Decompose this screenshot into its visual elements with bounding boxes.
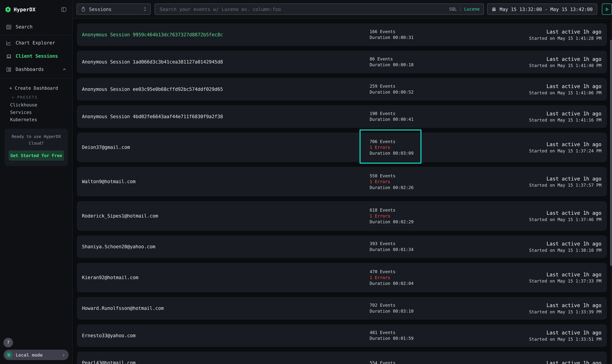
- session-stats: 470 Events 1 Errors Duration 00:02:04: [370, 269, 498, 286]
- session-last-active: Last active 1h ago: [546, 110, 601, 116]
- preset-item-kubernetes[interactable]: Kubernetes: [0, 116, 72, 123]
- sidebar-item-dashboards[interactable]: Dashboards: [0, 63, 72, 76]
- cloud-promo-card: Ready to use HyperDX Cloud? Get Started …: [5, 129, 68, 166]
- help-button[interactable]: ?: [3, 338, 13, 347]
- local-mode-button[interactable]: U Local mode ›: [3, 350, 69, 360]
- sidebar-item-client-sessions[interactable]: Client Sessions: [0, 50, 72, 63]
- sidebar-item-label: Chart Explorer: [16, 40, 55, 46]
- session-row[interactable]: Walton9@hotmail.com 550 Events 1 Errors …: [77, 167, 607, 196]
- hyperdx-logo[interactable]: HyperDX: [5, 6, 36, 13]
- session-name: Roderick_Sipes1@hotmail.com: [82, 213, 370, 219]
- preset-item-services[interactable]: Services: [0, 108, 72, 116]
- session-error-count: 1 Errors: [370, 179, 498, 184]
- search-input[interactable]: [159, 6, 446, 12]
- session-name: Anonymous Session 1ad066d3c3b41cea381127…: [82, 59, 370, 65]
- session-duration: Duration 00:00:41: [370, 117, 498, 122]
- session-row[interactable]: Anonymous Session 4bd02fe6643aaf44e711f6…: [77, 105, 607, 128]
- chevron-right-icon: ›: [62, 352, 65, 358]
- time-range-value: May 15 13:32:00 - May 15 13:42:00: [500, 6, 593, 12]
- query-language-toggle: SQL | Lucene: [449, 7, 480, 12]
- scrollbar-thumb[interactable]: [610, 40, 612, 266]
- session-duration: Duration 00:03:09: [370, 150, 498, 156]
- session-duration: Duration 00:00:18: [370, 62, 498, 68]
- preset-item-clickhouse[interactable]: Clickhouse: [0, 101, 72, 108]
- session-name: Pearl43@hotmail.com: [82, 360, 370, 364]
- session-last-active: Last active 1h ago: [546, 302, 601, 308]
- chevron-down-icon: [11, 95, 15, 99]
- sidebar-collapse-icon[interactable]: [60, 6, 67, 13]
- source-select[interactable]: Sessions: [77, 3, 151, 15]
- session-name: Walton9@hotmail.com: [82, 179, 370, 184]
- session-event-count: 550 Events: [370, 173, 498, 179]
- session-stats: 166 Events Duration 00:00:31: [370, 29, 498, 40]
- sidebar: HyperDX Search: [0, 0, 73, 364]
- time-range-picker[interactable]: May 15 13:32:00 - May 15 13:42:00: [487, 3, 597, 15]
- sql-mode-button[interactable]: SQL: [449, 7, 457, 12]
- sidebar-header: HyperDX: [0, 0, 72, 19]
- session-stats: 393 Events Duration 00:01:34: [370, 241, 498, 253]
- create-dashboard-button[interactable]: + Create Dashboard: [0, 84, 72, 92]
- session-activity: Last active 1h ago Started on May 15 1:3…: [499, 302, 601, 314]
- session-name: Shaniya.Schoen20@yahoo.com: [82, 244, 370, 249]
- session-row[interactable]: Anonymous Session ee03c95e0b68cffd92bc57…: [77, 78, 607, 101]
- scrollbar-track[interactable]: [610, 19, 612, 364]
- session-last-active: Last active 1h ago: [546, 210, 601, 216]
- run-query-button[interactable]: [602, 3, 612, 15]
- dashboards-submenu: + Create Dashboard PRESETS Clickhouse Se…: [0, 79, 72, 125]
- sidebar-item-chart-explorer[interactable]: Chart Explorer: [0, 36, 72, 50]
- sidebar-item-label: Search: [16, 24, 33, 30]
- session-row[interactable]: Ernesto33@yahoo.com 481 Events Duration …: [77, 324, 607, 347]
- local-mode-label: Local mode: [16, 352, 59, 358]
- session-row[interactable]: Shaniya.Schoen20@yahoo.com 393 Events Du…: [77, 235, 607, 258]
- lucene-mode-button[interactable]: Lucene: [464, 7, 480, 12]
- session-activity: Last active 1h ago Started on May 15 1:4…: [499, 56, 601, 68]
- session-event-count: 554 Events: [370, 360, 498, 364]
- session-started: Started on May 15 1:33:39 PM: [529, 309, 601, 314]
- session-name: Anonymous Session ee03c95e0b68cffd92bc57…: [82, 87, 370, 92]
- session-stats: 86 Events Duration 00:00:18: [370, 56, 498, 68]
- session-event-count: 190 Events: [370, 111, 498, 117]
- session-row[interactable]: Kieran92@hotmail.com 470 Events 1 Errors…: [77, 263, 607, 292]
- chart-explorer-icon: [5, 40, 12, 46]
- presets-toggle[interactable]: PRESETS: [0, 92, 72, 101]
- search-bar: SQL | Lucene: [154, 3, 484, 15]
- session-stats: 554 Events: [370, 360, 498, 364]
- get-started-button[interactable]: Get Started for Free: [9, 150, 64, 160]
- session-activity: Last active 1h ago Started on May 15 1:3…: [499, 272, 601, 284]
- session-stats: 550 Events 1 Errors Duration 00:02:26: [370, 173, 498, 190]
- cloud-promo-text: Ready to use HyperDX Cloud?: [9, 133, 64, 146]
- sidebar-item-search[interactable]: Search: [0, 19, 72, 36]
- session-event-count: 702 Events: [370, 302, 498, 308]
- session-started: Started on May 15 1:41:16 PM: [529, 117, 601, 123]
- dashboards-icon: [5, 66, 12, 73]
- session-activity: Last active 1h ago Started on May 15 1:3…: [499, 241, 601, 253]
- session-row[interactable]: Pearl43@hotmail.com 554 Events Last acti…: [77, 351, 607, 364]
- chevron-up-icon[interactable]: [62, 67, 67, 72]
- session-duration: Duration 00:00:52: [370, 89, 498, 95]
- session-name: Deion37@gmail.com: [82, 144, 370, 150]
- session-last-active: Last active 1h ago: [546, 176, 601, 181]
- topbar: Sessions SQL | Lucene: [73, 0, 612, 19]
- session-row[interactable]: Anonymous Session 9959c464b13dc7637327d8…: [77, 24, 607, 46]
- session-error-count: 1 Errors: [370, 213, 498, 219]
- session-duration: Duration 00:03:10: [370, 308, 498, 314]
- session-event-count: 259 Events: [370, 83, 498, 89]
- session-activity: Last active 1h ago Started on May 15 1:3…: [499, 329, 601, 342]
- session-event-count: 86 Events: [370, 56, 498, 62]
- session-started: Started on May 15 1:41:40 PM: [529, 63, 601, 68]
- session-started: Started on May 15 1:41:06 PM: [529, 90, 601, 95]
- session-last-active: Last active 1h ago: [546, 272, 601, 277]
- session-last-active: Last active 1h ago: [546, 56, 601, 62]
- session-error-count: 1 Errors: [370, 144, 498, 150]
- session-name: Howard.Runolfsson@hotmail.com: [82, 306, 370, 311]
- session-row[interactable]: Deion37@gmail.com 706 Events 1 Errors Du…: [77, 132, 607, 162]
- session-activity: Last active 1h ago Started on May 15 1:3…: [499, 176, 601, 188]
- session-row[interactable]: Howard.Runolfsson@hotmail.com 702 Events…: [77, 297, 607, 320]
- session-last-active: Last active 1h ago: [546, 241, 601, 247]
- source-select-value: Sessions: [89, 6, 140, 12]
- session-row[interactable]: Anonymous Session 1ad066d3c3b41cea381127…: [77, 51, 607, 73]
- session-event-count: 470 Events: [370, 269, 498, 274]
- session-name: Anonymous Session 4bd02fe6643aaf44e711f6…: [82, 114, 370, 119]
- session-row[interactable]: Roderick_Sipes1@hotmail.com 618 Events 1…: [77, 201, 607, 231]
- session-event-count: 393 Events: [370, 241, 498, 247]
